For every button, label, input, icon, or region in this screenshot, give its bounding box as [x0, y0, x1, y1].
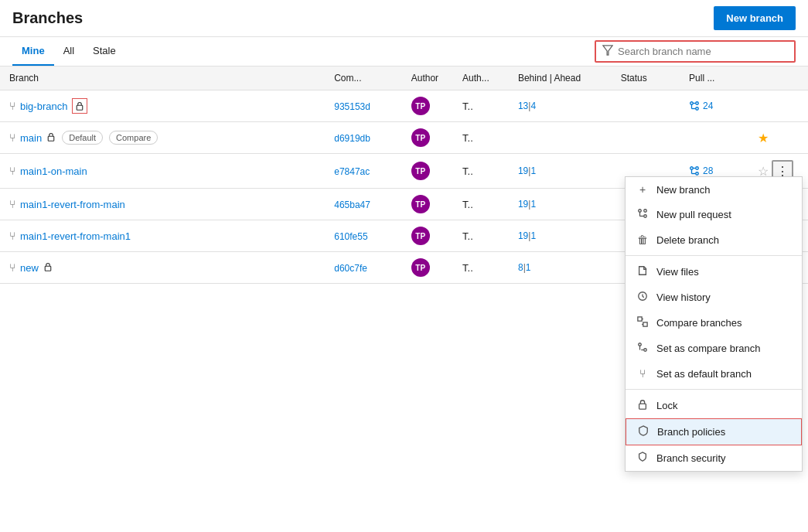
table-header: Branch Com... Author Auth... Behind | Ah…: [0, 66, 808, 90]
behind-link[interactable]: 19: [518, 230, 528, 241]
pr-info: 28: [689, 165, 738, 176]
branch-cell: ⑂ main1-on-main: [9, 165, 315, 177]
svg-point-27: [644, 349, 647, 352]
branch-link[interactable]: new: [20, 262, 39, 274]
ahead-behind: 8 | 1: [518, 262, 602, 273]
avatar: TP: [411, 97, 430, 115]
tabs: Mine All Stale: [12, 37, 125, 66]
context-menu: + New branch New pull request 🗑 Delete b…: [625, 176, 803, 472]
svg-point-18: [644, 210, 647, 213]
auth-date: T..: [453, 154, 509, 189]
table-row: ⑂ big-branch 935153d TP T..: [0, 90, 808, 122]
pr-icon: [636, 208, 649, 221]
ahead-link[interactable]: 4: [530, 101, 536, 111]
search-input[interactable]: [618, 46, 788, 57]
branch-link[interactable]: big-branch: [20, 101, 67, 112]
commit-link[interactable]: d6919db: [334, 133, 370, 144]
shield-icon: [637, 425, 649, 438]
menu-item-compare-branches[interactable]: Compare branches: [626, 310, 802, 336]
menu-item-view-history[interactable]: View history: [626, 285, 802, 310]
ahead-behind: 19 | 1: [518, 230, 602, 241]
row-actions: [748, 90, 808, 122]
avatar: TP: [411, 195, 430, 213]
new-branch-button[interactable]: New branch: [714, 6, 796, 30]
trash-icon: 🗑: [636, 234, 649, 246]
branch-cell: ⑂ main Default Compare: [9, 131, 315, 145]
svg-point-11: [696, 167, 699, 170]
tabs-row: Mine All Stale: [0, 37, 808, 66]
menu-label: Branch security: [656, 452, 726, 464]
commit-link[interactable]: d60c7fe: [334, 263, 367, 274]
behind-link[interactable]: 19: [518, 165, 528, 176]
menu-item-branch-policies[interactable]: Branch policies: [626, 418, 802, 445]
tab-mine[interactable]: Mine: [12, 37, 54, 66]
star-icon[interactable]: ★: [758, 131, 769, 145]
svg-point-26: [639, 343, 642, 346]
behind-link[interactable]: 13: [518, 101, 528, 111]
page-header: Branches New branch: [0, 0, 808, 37]
menu-label: New pull request: [656, 209, 731, 220]
branch-icon: ⑂: [9, 165, 15, 177]
branch-link[interactable]: main: [20, 132, 42, 144]
commit-link[interactable]: 465ba47: [334, 200, 370, 210]
branch-link[interactable]: main1-on-main: [20, 165, 87, 177]
tab-stale[interactable]: Stale: [84, 37, 125, 66]
col-author: Author: [402, 66, 453, 90]
security-icon: [636, 452, 649, 465]
auth-date: T..: [453, 189, 509, 220]
branch-link[interactable]: main1-revert-from-main: [20, 199, 125, 210]
col-status: Status: [612, 66, 680, 90]
svg-rect-23: [643, 322, 647, 326]
set-compare-icon: [636, 342, 649, 355]
branch-link[interactable]: main1-revert-from-main1: [20, 230, 131, 242]
pr-count[interactable]: 28: [703, 165, 713, 176]
branch-cell: ⑂ main1-revert-from-main: [9, 198, 315, 210]
compare-icon: [636, 316, 649, 329]
pull-cell: [680, 122, 748, 154]
plus-icon: +: [636, 183, 649, 196]
behind-link[interactable]: 19: [518, 199, 528, 210]
ahead-link[interactable]: 1: [526, 262, 531, 273]
svg-rect-30: [639, 404, 646, 409]
default-badge: Default: [62, 131, 103, 145]
svg-point-16: [639, 210, 642, 213]
menu-item-view-files[interactable]: View files: [626, 259, 802, 285]
svg-point-9: [690, 167, 694, 170]
lock-icon-highlighted[interactable]: [72, 98, 87, 114]
commit-link[interactable]: 935153d: [334, 101, 370, 112]
menu-item-set-default[interactable]: ⑂ Set as default branch: [626, 361, 802, 386]
menu-item-lock[interactable]: Lock: [626, 393, 802, 418]
svg-point-4: [696, 102, 699, 105]
branch-cell: ⑂ new: [9, 261, 315, 274]
menu-label: Set as default branch: [656, 368, 752, 380]
col-auth-date: Auth...: [453, 66, 509, 90]
pr-count[interactable]: 24: [703, 101, 713, 111]
col-pull: Pull ...: [680, 66, 748, 90]
svg-point-17: [644, 215, 647, 218]
menu-item-delete-branch[interactable]: 🗑 Delete branch: [626, 227, 802, 252]
menu-item-set-compare[interactable]: Set as compare branch: [626, 336, 802, 361]
menu-item-new-pr[interactable]: New pull request: [626, 202, 802, 227]
svg-point-10: [696, 172, 699, 176]
commit-link[interactable]: e7847ac: [334, 166, 370, 177]
commit-link[interactable]: 610fe55: [334, 231, 367, 242]
history-icon: [636, 291, 649, 304]
ahead-link[interactable]: 1: [530, 199, 536, 210]
auth-date: T..: [453, 90, 509, 122]
menu-item-new-branch[interactable]: + New branch: [626, 177, 802, 202]
menu-item-branch-security[interactable]: Branch security: [626, 445, 802, 471]
ahead-link[interactable]: 1: [530, 165, 536, 176]
svg-rect-1: [77, 105, 84, 110]
svg-rect-22: [638, 317, 642, 321]
ahead-behind: 19 | 1: [518, 199, 602, 210]
behind-link[interactable]: 8: [518, 262, 523, 273]
table-row: ⑂ main Default Compare d6919db TP: [0, 122, 808, 154]
menu-label: Set as compare branch: [656, 343, 760, 354]
file-icon: [636, 265, 649, 278]
menu-label: Lock: [656, 400, 677, 411]
branch-icon: ⑂: [9, 198, 15, 210]
pr-info: 24: [689, 101, 738, 111]
status-cell: [612, 122, 680, 154]
tab-all[interactable]: All: [54, 37, 84, 66]
ahead-link[interactable]: 1: [530, 230, 536, 241]
